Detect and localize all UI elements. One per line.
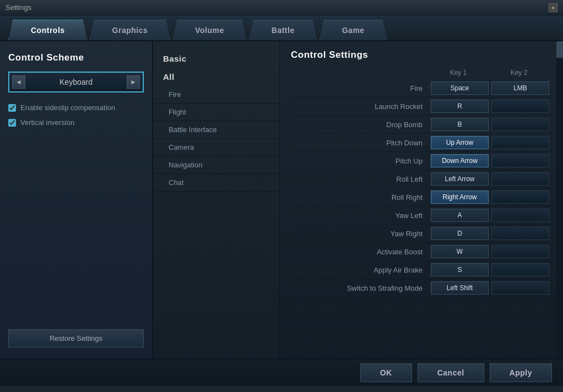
- key2-box[interactable]: [491, 136, 549, 149]
- settings-panel-title: Control Settings: [291, 50, 552, 61]
- key-row: Roll RightRight Arrow: [291, 188, 552, 206]
- keyboard-next-button[interactable]: ►: [127, 75, 140, 89]
- key-row: Drop BombB: [291, 116, 552, 134]
- window-title: Settings: [6, 3, 31, 12]
- tab-graphics[interactable]: Graphics: [90, 20, 171, 40]
- key-row: Apply Air BrakeS: [291, 261, 552, 279]
- key2-header: Key 2: [489, 69, 549, 77]
- ok-button[interactable]: OK: [360, 363, 412, 382]
- key-action-label: Apply Air Brake: [291, 266, 431, 274]
- close-button[interactable]: ×: [549, 3, 557, 12]
- key2-box[interactable]: [491, 263, 549, 276]
- key1-box[interactable]: Space: [431, 81, 489, 95]
- key1-box[interactable]: Left Shift: [431, 281, 489, 295]
- key2-box[interactable]: LMB: [491, 81, 549, 95]
- key1-box[interactable]: S: [431, 263, 489, 276]
- key-action-label: Switch to Strafing Mode: [291, 284, 431, 292]
- bottom-bar: OK Cancel Apply: [0, 358, 563, 386]
- key-row: Roll LeftLeft Arrow: [291, 170, 552, 188]
- key-row: Pitch UpDown Arrow: [291, 152, 552, 170]
- settings-panel: Control Settings Key 1 Key 2 FireSpaceLM…: [280, 41, 563, 358]
- key-row: Launch RocketR: [291, 97, 552, 116]
- vertical-inversion-label: Vertical inversion: [20, 118, 74, 127]
- key-action-label: Activate Boost: [291, 248, 431, 256]
- key-action-label: Fire: [291, 84, 431, 92]
- category-fire[interactable]: Fire: [153, 86, 279, 104]
- key-row: Activate BoostW: [291, 243, 552, 261]
- keyboard-prev-button[interactable]: ◄: [12, 75, 25, 89]
- title-bar: Settings ×: [0, 0, 563, 15]
- category-all[interactable]: All: [153, 68, 279, 86]
- keys-header: Key 1 Key 2: [291, 69, 552, 77]
- key2-box[interactable]: [491, 100, 549, 113]
- left-panel: Control Scheme ◄ Keyboard ► Enable sides…: [0, 41, 153, 358]
- scroll-thumb[interactable]: [556, 41, 563, 58]
- key-row: Switch to Strafing ModeLeft Shift: [291, 279, 552, 297]
- key2-box[interactable]: [491, 190, 549, 204]
- key-row: Yaw LeftA: [291, 206, 552, 225]
- sideslip-checkbox[interactable]: [8, 104, 16, 112]
- control-scheme-title: Control Scheme: [8, 52, 144, 63]
- key2-box[interactable]: [491, 172, 549, 186]
- key-action-label: Pitch Up: [291, 157, 431, 165]
- vertical-inversion-checkbox-row: Vertical inversion: [8, 118, 144, 127]
- sideslip-label: Enable sideslip compensation: [20, 104, 115, 112]
- key2-box[interactable]: [491, 209, 549, 222]
- keyboard-label: Keyboard: [25, 78, 127, 86]
- key-action-label: Launch Rocket: [291, 102, 431, 111]
- sideslip-checkbox-row: Enable sideslip compensation: [8, 104, 144, 112]
- category-flight[interactable]: Flight: [153, 104, 279, 121]
- category-chat[interactable]: Chat: [153, 174, 279, 192]
- key-row: Pitch DownUp Arrow: [291, 134, 552, 152]
- vertical-inversion-checkbox[interactable]: [8, 119, 16, 127]
- restore-settings-button[interactable]: Restore Settings: [8, 329, 144, 347]
- key2-box[interactable]: [491, 227, 549, 240]
- key-action-label: Roll Right: [291, 193, 431, 202]
- key1-box[interactable]: Left Arrow: [431, 172, 489, 186]
- tab-bar: Controls Graphics Volume Battle Game: [0, 15, 563, 41]
- key2-box[interactable]: [491, 245, 549, 258]
- category-camera[interactable]: Camera: [153, 139, 279, 156]
- key1-box[interactable]: A: [431, 209, 489, 222]
- category-basic[interactable]: Basic: [153, 50, 279, 68]
- key2-box[interactable]: [491, 154, 549, 167]
- key1-box[interactable]: B: [431, 118, 489, 131]
- key-action-label: Pitch Down: [291, 139, 431, 147]
- key-row: Yaw RightD: [291, 225, 552, 243]
- keyboard-selector: ◄ Keyboard ►: [8, 72, 144, 92]
- key-action-label: Drop Bomb: [291, 121, 431, 129]
- scroll-indicator[interactable]: [556, 41, 563, 358]
- key1-box[interactable]: Right Arrow: [431, 190, 489, 204]
- key1-box[interactable]: W: [431, 245, 489, 258]
- tab-controls[interactable]: Controls: [8, 20, 88, 40]
- key1-box[interactable]: Up Arrow: [431, 136, 489, 149]
- tab-volume[interactable]: Volume: [172, 20, 247, 40]
- key-action-label: Roll Left: [291, 175, 431, 183]
- key-action-label: Yaw Left: [291, 211, 431, 220]
- key-row: FireSpaceLMB: [291, 79, 552, 97]
- key1-header: Key 1: [428, 69, 489, 77]
- apply-button[interactable]: Apply: [490, 363, 552, 382]
- category-battle-interface[interactable]: Battle Interface: [153, 121, 279, 139]
- main-content: Control Scheme ◄ Keyboard ► Enable sides…: [0, 41, 563, 358]
- tab-battle[interactable]: Battle: [249, 20, 317, 40]
- category-navigation[interactable]: Navigation: [153, 156, 279, 174]
- tab-game[interactable]: Game: [320, 20, 387, 40]
- key1-box[interactable]: D: [431, 227, 489, 240]
- key-action-label: Yaw Right: [291, 230, 431, 238]
- category-panel: Basic All Fire Flight Battle Interface C…: [153, 41, 280, 358]
- key2-box[interactable]: [491, 281, 549, 295]
- key-rows-container: FireSpaceLMBLaunch RocketRDrop BombBPitc…: [291, 79, 552, 297]
- key2-box[interactable]: [491, 118, 549, 131]
- cancel-button[interactable]: Cancel: [418, 363, 484, 382]
- key1-box[interactable]: R: [431, 100, 489, 113]
- key1-box[interactable]: Down Arrow: [431, 154, 489, 167]
